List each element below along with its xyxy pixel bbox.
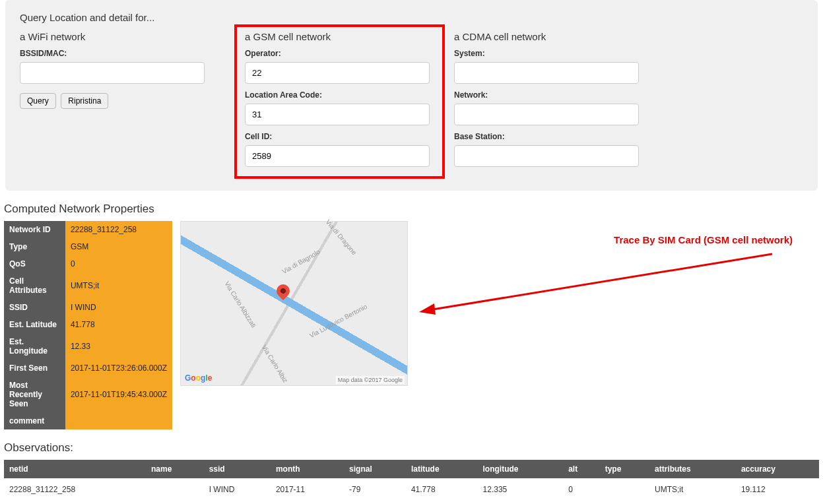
lac-label: Location Area Code:	[245, 90, 434, 100]
col-name[interactable]: name	[146, 460, 204, 478]
prop-row-lon: Est. Longitude12.33	[4, 333, 172, 360]
gsm-highlight-box: a GSM cell network Operator: Location Ar…	[234, 24, 445, 179]
svg-marker-1	[419, 303, 436, 315]
col-type[interactable]: type	[600, 460, 649, 478]
street-label: Via di Bagnolo	[281, 248, 321, 276]
cell-month: 2017-11	[271, 478, 344, 501]
bssid-label: BSSID/MAC:	[20, 49, 225, 58]
gsm-column: a GSM cell network Operator: Location Ar…	[237, 31, 442, 176]
col-latitude[interactable]: latitude	[406, 460, 478, 478]
col-ssid[interactable]: ssid	[204, 460, 271, 478]
col-accuracy[interactable]: accuracy	[736, 460, 819, 478]
prop-row-ssid: SSIDI WIND	[4, 299, 172, 316]
google-logo: Google	[185, 373, 212, 383]
col-month[interactable]: month	[271, 460, 344, 478]
cell-accuracy: 19.112	[736, 478, 819, 501]
cell-latitude: 41.778	[406, 478, 478, 501]
observations-table: netid name ssid month signal latitude lo…	[4, 460, 819, 501]
cell-attributes: UMTS;it	[649, 478, 736, 501]
cellid-input[interactable]	[245, 145, 430, 167]
annotation-text: Trace By SIM Card (GSM cell network)	[614, 234, 793, 245]
reset-button[interactable]: Ripristina	[61, 93, 108, 109]
cell-ssid: I WIND	[204, 478, 271, 501]
prop-row-lat: Est. Latitude41.778	[4, 316, 172, 333]
prop-row-cellattr: Cell AttributesUMTS;it	[4, 272, 172, 299]
properties-table: Network ID22288_31122_258 TypeGSM QoS0 C…	[4, 221, 172, 429]
operator-input[interactable]	[245, 62, 430, 84]
map[interactable]: Via di Dragone Via di Bagnolo Via Ludovi…	[180, 221, 408, 386]
cell-longitude: 12.335	[478, 478, 564, 501]
properties-title: Computed Network Properties	[4, 203, 816, 216]
network-label: Network:	[454, 90, 659, 100]
cell-alt: 0	[563, 478, 600, 501]
system-input[interactable]	[454, 62, 639, 84]
prop-row-firstseen: First Seen2017-11-01T23:26:06.000Z	[4, 360, 172, 377]
col-longitude[interactable]: longitude	[478, 460, 564, 478]
cellid-label: Cell ID:	[245, 132, 434, 141]
operator-label: Operator:	[245, 49, 434, 58]
col-attributes[interactable]: attributes	[649, 460, 736, 478]
base-input[interactable]	[454, 145, 639, 167]
street-label: Via Ludovico Bertonio	[308, 303, 368, 339]
cdma-heading: a CDMA cell network	[454, 31, 659, 42]
street-label: Via Carlo Albizzati	[223, 280, 257, 329]
col-netid[interactable]: netid	[4, 460, 146, 478]
cell-name	[146, 478, 204, 501]
query-panel: Query Location and detail for... a WiFi …	[5, 0, 818, 191]
prop-row-comment: comment	[4, 412, 172, 429]
cell-netid: 22288_31122_258	[4, 478, 146, 501]
observations-header-row: netid name ssid month signal latitude lo…	[4, 460, 819, 478]
street-label: Via Carlo Albiz	[261, 344, 290, 384]
prop-row-mostrecent: Most Recently Seen2017-11-01T19:45:43.00…	[4, 377, 172, 412]
base-label: Base Station:	[454, 132, 659, 141]
network-input[interactable]	[454, 104, 639, 125]
system-label: System:	[454, 49, 659, 58]
prop-row-qos: QoS0	[4, 255, 172, 272]
street-label: Via di Dragone	[325, 218, 358, 257]
panel-title: Query Location and detail for...	[20, 12, 803, 23]
svg-line-0	[429, 254, 772, 310]
prop-row-networkid: Network ID22288_31122_258	[4, 221, 172, 238]
cell-type	[600, 478, 649, 501]
col-alt[interactable]: alt	[563, 460, 600, 478]
col-signal[interactable]: signal	[344, 460, 406, 478]
observations-title: Observations:	[4, 441, 816, 455]
cdma-column: a CDMA cell network System: Network: Bas…	[454, 31, 659, 176]
map-pin-icon	[274, 282, 292, 300]
annotation-arrow-icon	[416, 247, 785, 327]
prop-row-type: TypeGSM	[4, 238, 172, 255]
gsm-heading: a GSM cell network	[245, 31, 434, 42]
wifi-heading: a WiFi network	[20, 31, 225, 42]
map-attribution: Map data ©2017 Google	[336, 376, 405, 384]
lac-input[interactable]	[245, 104, 430, 125]
bssid-input[interactable]	[20, 62, 205, 84]
cell-signal: -79	[344, 478, 406, 501]
query-button[interactable]: Query	[20, 93, 56, 109]
wifi-column: a WiFi network BSSID/MAC: Query Ripristi…	[20, 31, 225, 176]
observation-row[interactable]: 22288_31122_258 I WIND 2017-11 -79 41.77…	[4, 478, 819, 501]
